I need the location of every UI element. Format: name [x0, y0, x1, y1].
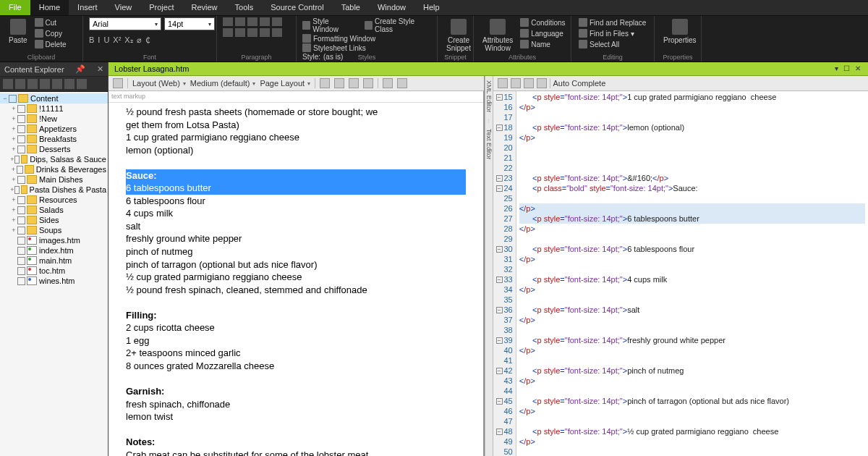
tool-icon[interactable] [334, 78, 344, 88]
tree-folder[interactable]: +!New [0, 114, 108, 124]
paragraph-icon[interactable] [223, 17, 233, 26]
menu-file[interactable]: File [0, 0, 30, 15]
menu-tools[interactable]: Tools [226, 0, 263, 15]
tree-folder[interactable]: +Breakfasts [0, 134, 108, 144]
paragraph-icon[interactable] [247, 17, 258, 26]
editor-line[interactable]: ½ pound fresh pasta sheets (homemade or … [126, 106, 466, 119]
code-line[interactable]: <p style="font-size: 14pt;">pinch of nut… [519, 366, 865, 376]
paste-button[interactable]: Paste [6, 17, 30, 46]
tree-folder[interactable]: +Soups [0, 225, 108, 235]
tool-icon[interactable] [15, 79, 25, 89]
wysiwyg-editor[interactable]: text markup ½ pound fresh pasta sheets (… [109, 91, 484, 456]
paragraph-icon[interactable] [235, 28, 245, 37]
editor-line[interactable]: Notes: [126, 436, 466, 449]
editor-line[interactable]: 2 cups ricotta cheese [126, 321, 466, 334]
tree-folder[interactable]: +Main Dishes [0, 174, 108, 185]
editor-line[interactable]: freshly ground white pepper [126, 232, 466, 245]
editor-line[interactable] [126, 156, 466, 169]
tree-folder[interactable]: +Resources [0, 195, 108, 205]
font-size-combo[interactable]: 14pt [164, 17, 215, 30]
code-line[interactable] [519, 143, 865, 153]
cut-button[interactable]: Cut [33, 17, 68, 28]
tree-folder[interactable]: +Drinks & Beverages [0, 164, 108, 174]
editor-line[interactable] [126, 296, 466, 309]
tool-icon[interactable] [3, 79, 13, 89]
code-line[interactable]: </p> [519, 315, 865, 325]
menu-home[interactable]: Home [30, 0, 69, 15]
editor-line[interactable]: get them from Lotsa Pasta) [126, 119, 466, 132]
editor-line[interactable] [126, 423, 466, 436]
code-line[interactable] [519, 234, 865, 244]
create-snippet-button[interactable]: Create Snippet [443, 17, 474, 54]
tool-icon[interactable] [537, 78, 547, 88]
code-line[interactable] [519, 153, 865, 163]
code-line[interactable]: </p> [519, 284, 865, 295]
code-line[interactable]: </p> [519, 345, 865, 355]
medium-dropdown[interactable]: Medium (default) [190, 79, 256, 88]
close-icon[interactable]: ✕ [97, 64, 103, 74]
properties-button[interactable]: Properties [660, 17, 699, 46]
document-tab[interactable]: Lobster Lasagna.htm ▾ ☐ ✕ [109, 62, 868, 76]
code-line[interactable] [519, 193, 865, 203]
code-line[interactable]: <p style="font-size: 14pt;">&#160;</p> [519, 173, 865, 183]
tool-icon[interactable] [64, 79, 75, 89]
tree-file[interactable]: wines.htm [0, 276, 108, 286]
font-name-combo[interactable]: Arial [89, 17, 161, 30]
editor-line[interactable]: 2+ teaspoons minced garlic [126, 347, 466, 360]
tool-icon[interactable] [498, 78, 508, 88]
tab-controls[interactable]: ▾ ☐ ✕ [835, 64, 862, 73]
code-line[interactable]: </p> [519, 376, 865, 386]
paragraph-icon[interactable] [223, 28, 233, 37]
code-line[interactable] [519, 325, 865, 335]
formatting-window-button[interactable]: Formatting Window [302, 34, 431, 43]
editor-line[interactable]: ½ cup grated parmigiano reggiano cheese [126, 271, 466, 284]
language-button[interactable]: Language [519, 28, 566, 38]
fmt-button[interactable]: ₵ [145, 35, 150, 45]
code-line[interactable]: <p style="font-size: 14pt;">lemon (optio… [519, 122, 865, 132]
code-line[interactable] [519, 112, 865, 122]
code-line[interactable]: <p style="font-size: 14pt;">6 tablespoon… [519, 214, 865, 224]
paragraph-icon[interactable] [235, 17, 245, 26]
text-editor-tab[interactable]: Text Editor [485, 129, 493, 160]
splitter-handle[interactable]: XML Editor ↕ Text Editor [485, 76, 493, 456]
fmt-button[interactable]: X² [113, 35, 121, 45]
fmt-button[interactable]: X₂ [124, 35, 132, 45]
layout-dropdown[interactable]: Layout (Web) [132, 79, 186, 88]
code-line[interactable]: </p> [519, 132, 865, 143]
tool-icon[interactable] [397, 78, 407, 88]
editor-line[interactable]: lemon twist [126, 410, 466, 423]
code-line[interactable]: <p style="font-size: 14pt;">freshly grou… [519, 335, 865, 345]
code-line[interactable]: <p style="font-size: 14pt;">4 cups milk [519, 274, 865, 284]
code-line[interactable]: <p class="bold" style="font-size: 14pt;"… [519, 183, 865, 193]
name-button[interactable]: Name [519, 39, 566, 49]
delete-button[interactable]: Delete [33, 39, 68, 49]
menu-project[interactable]: Project [140, 0, 182, 15]
code-line[interactable] [519, 163, 865, 173]
tool-icon[interactable] [511, 78, 521, 88]
menu-source-control[interactable]: Source Control [262, 0, 332, 15]
attributes-window-button[interactable]: Attributes Window [480, 17, 516, 54]
fmt-button[interactable]: ⌀ [137, 35, 142, 45]
paragraph-icon[interactable] [272, 28, 282, 37]
tree-folder[interactable]: +Appetizers [0, 124, 108, 134]
tool-icon[interactable] [383, 78, 393, 88]
menu-review[interactable]: Review [183, 0, 226, 15]
tool-icon[interactable] [40, 79, 50, 89]
stylesheet-links-button[interactable]: Stylesheet Links [302, 43, 431, 52]
menu-help[interactable]: Help [414, 0, 448, 15]
editor-line[interactable]: Sauce: [126, 169, 466, 182]
content-tree[interactable]: −Content+!11111+!New+Appetizers+Breakfas… [0, 92, 108, 456]
code-editor[interactable]: −151617−1819202122−23−242526272829−30313… [493, 91, 869, 456]
tool-icon[interactable] [77, 79, 87, 89]
tree-file[interactable]: images.htm [0, 235, 108, 245]
editor-line[interactable]: ½ pound fresh spinach, cleaned, stemmed … [126, 284, 466, 297]
editor-line[interactable]: 8 ounces grated Mozzarella cheese [126, 360, 466, 373]
editor-line[interactable]: Filling: [126, 309, 466, 322]
tree-folder[interactable]: +Sides [0, 215, 108, 225]
tool-icon[interactable] [524, 78, 534, 88]
editor-line[interactable]: lemon (optional) [126, 144, 466, 157]
tool-icon[interactable] [320, 78, 330, 88]
tree-folder[interactable]: +Salads [0, 205, 108, 215]
editor-line[interactable]: pinch of nutmeg [126, 245, 466, 258]
editor-line[interactable] [126, 372, 466, 385]
